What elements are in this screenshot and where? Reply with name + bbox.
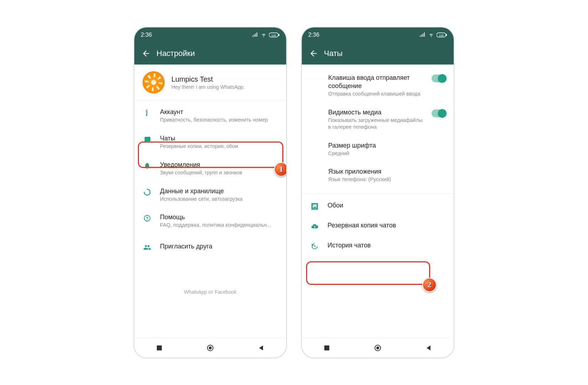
settings-item-chats[interactable]: Чаты Резервные копии, история, обои bbox=[134, 129, 286, 155]
item-sub: Приватность, безопасность, изменить номе… bbox=[160, 117, 278, 123]
wallpaper-icon bbox=[310, 202, 320, 210]
settings-item-notifications[interactable]: Уведомления Звуки сообщений, групп и зво… bbox=[134, 155, 286, 182]
settings-content: Lumpics Test Hey there! I am using Whats… bbox=[134, 65, 286, 338]
appbar-title: Чаты bbox=[324, 49, 342, 58]
chats-item-enter-key[interactable]: Клавиша ввода отправляет сообщение Отпра… bbox=[302, 68, 454, 103]
settings-item-invite[interactable]: Пригласить друга bbox=[134, 234, 286, 257]
cloud-upload-icon bbox=[310, 222, 320, 230]
item-title: Видимость медиа bbox=[328, 109, 424, 116]
profile-row[interactable]: Lumpics Test Hey there! I am using Whats… bbox=[134, 65, 286, 101]
data-usage-icon bbox=[142, 188, 152, 196]
android-navbar bbox=[302, 338, 454, 358]
nav-home-button[interactable] bbox=[206, 344, 215, 352]
app-bar: Чаты bbox=[302, 42, 454, 65]
chats-item-app-language[interactable]: Язык приложения Язык телефона: (Русский) bbox=[302, 162, 454, 189]
item-title: Аккаунт bbox=[160, 108, 278, 116]
status-icons: 100 bbox=[252, 32, 280, 37]
help-icon: ? bbox=[142, 214, 152, 222]
item-title: История чатов bbox=[327, 242, 446, 249]
nav-back-button[interactable] bbox=[258, 344, 265, 351]
appbar-title: Настройки bbox=[156, 49, 195, 58]
wifi-icon bbox=[261, 32, 267, 37]
item-sub: Отправка сообщений клавишей ввода bbox=[328, 91, 424, 97]
chats-item-font-size[interactable]: Размер шрифта Средний bbox=[302, 136, 454, 163]
svg-rect-1 bbox=[278, 34, 279, 36]
item-title: Помощь bbox=[160, 214, 278, 221]
status-time: 2:36 bbox=[141, 32, 152, 38]
item-title: Пригласить друга bbox=[160, 243, 278, 250]
signal-icon bbox=[252, 32, 258, 37]
nav-back-button[interactable] bbox=[425, 344, 432, 351]
item-sub: Показывать загруженные медиафайлы в гале… bbox=[328, 117, 424, 130]
back-button[interactable] bbox=[138, 45, 154, 62]
item-sub: Использование сети, автозагрузка bbox=[160, 196, 278, 202]
arrow-left-icon bbox=[309, 49, 318, 58]
avatar bbox=[142, 71, 165, 94]
nav-recent-button[interactable] bbox=[156, 344, 163, 351]
item-title: Данные и хранилище bbox=[160, 188, 278, 195]
chats-item-media-visibility[interactable]: Видимость медиа Показывать загруженные м… bbox=[302, 103, 454, 136]
bell-icon bbox=[142, 162, 152, 170]
svg-text:100: 100 bbox=[439, 34, 444, 37]
people-icon bbox=[142, 243, 152, 251]
toggle-media-visibility[interactable] bbox=[432, 109, 446, 117]
settings-item-help[interactable]: ? Помощь FAQ, поддержка, политика конфид… bbox=[134, 208, 286, 234]
profile-text: Lumpics Test Hey there! I am using Whats… bbox=[171, 75, 244, 90]
status-bar: 2:36 100 bbox=[134, 27, 286, 42]
svg-rect-5 bbox=[157, 345, 162, 350]
nav-recent-button[interactable] bbox=[323, 344, 330, 351]
item-title: Уведомления bbox=[160, 161, 278, 169]
item-sub: Резервные копии, история, обои bbox=[160, 143, 278, 150]
step-badge-1: 1 bbox=[274, 162, 287, 176]
item-title: Клавиша ввода отправляет сообщение bbox=[328, 74, 424, 90]
footer-branding: WhatsApp от Facebook bbox=[134, 289, 286, 295]
toggle-enter-send[interactable] bbox=[432, 75, 446, 82]
svg-text:100: 100 bbox=[271, 34, 276, 37]
item-title: Язык приложения bbox=[328, 168, 446, 175]
item-sub: Средний bbox=[328, 150, 446, 157]
svg-rect-12 bbox=[324, 345, 329, 350]
arrow-left-icon bbox=[141, 49, 151, 58]
history-icon bbox=[310, 242, 320, 250]
item-sub: Язык телефона: (Русский) bbox=[328, 176, 446, 183]
settings-item-data[interactable]: Данные и хранилище Использование сети, а… bbox=[134, 182, 286, 208]
chats-content: Клавиша ввода отправляет сообщение Отпра… bbox=[302, 65, 454, 338]
profile-status: Hey there! I am using WhatsApp. bbox=[171, 84, 244, 90]
item-title: Размер шрифта bbox=[328, 142, 446, 149]
item-title: Чаты bbox=[160, 135, 278, 142]
android-navbar bbox=[134, 338, 286, 358]
status-bar: 2:36 100 bbox=[302, 27, 454, 42]
divider bbox=[302, 194, 454, 194]
phone-chats: 2:36 100 Чаты Клавиша ввода отправляет с… bbox=[301, 27, 454, 358]
item-title: Резервная копия чатов bbox=[327, 222, 446, 229]
nav-home-button[interactable] bbox=[373, 344, 382, 352]
chats-item-history[interactable]: История чатов bbox=[302, 236, 454, 256]
settings-list: Аккаунт Приватность, безопасность, измен… bbox=[134, 101, 286, 297]
status-time: 2:36 bbox=[308, 32, 319, 38]
svg-rect-9 bbox=[446, 34, 447, 36]
profile-name: Lumpics Test bbox=[171, 75, 244, 83]
battery-icon: 100 bbox=[437, 32, 447, 37]
item-sub: FAQ, поддержка, политика конфиденциальн.… bbox=[160, 222, 278, 229]
chat-icon bbox=[142, 135, 152, 143]
key-icon bbox=[142, 109, 152, 117]
step-badge-2: 2 bbox=[422, 278, 437, 292]
battery-icon: 100 bbox=[269, 32, 280, 37]
svg-point-14 bbox=[376, 346, 379, 349]
status-icons: 100 bbox=[419, 32, 447, 37]
chats-item-wallpaper[interactable]: Обои bbox=[302, 196, 454, 216]
svg-text:?: ? bbox=[146, 216, 149, 221]
svg-point-7 bbox=[209, 346, 212, 349]
signal-icon bbox=[419, 32, 426, 37]
app-bar: Настройки bbox=[134, 42, 286, 65]
phone-settings: 2:36 100 Настройки Lumpics Test Hey ther… bbox=[134, 27, 287, 358]
item-sub: Звуки сообщений, групп и звонков bbox=[160, 169, 278, 176]
wifi-icon bbox=[428, 32, 434, 37]
back-button[interactable] bbox=[305, 45, 322, 62]
settings-item-account[interactable]: Аккаунт Приватность, безопасность, измен… bbox=[134, 103, 286, 129]
item-title: Обои bbox=[327, 202, 446, 209]
chats-item-backup[interactable]: Резервная копия чатов bbox=[302, 216, 454, 236]
svg-point-11 bbox=[313, 205, 314, 206]
